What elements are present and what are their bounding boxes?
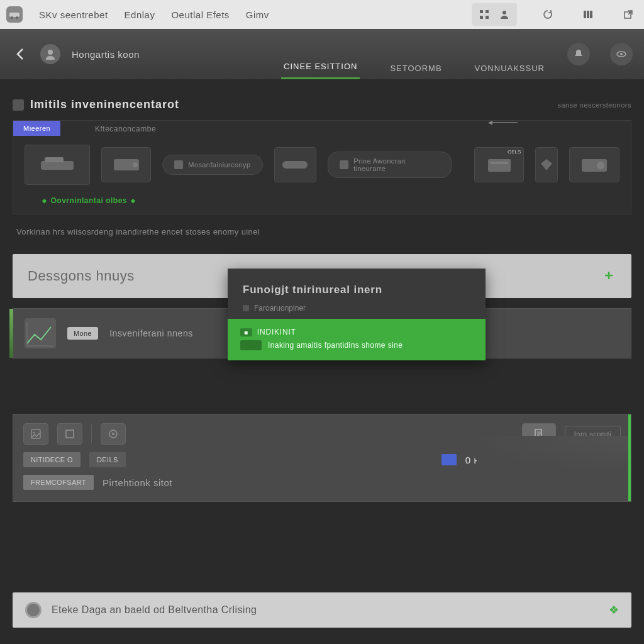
user-avatar[interactable] — [40, 44, 60, 64]
row3-chip[interactable]: FREMCOFSART — [23, 475, 94, 490]
person-icon — [499, 9, 509, 19]
tool-btn-1[interactable] — [23, 423, 48, 445]
loadout-card: Mieeren Kftecanoncambe ◂──── Mosanfainiu… — [13, 120, 631, 214]
svg-rect-15 — [41, 161, 74, 170]
svg-point-25 — [33, 432, 35, 434]
user-view-button[interactable] — [494, 6, 514, 23]
image-icon — [30, 428, 42, 440]
popup-title: Funoigjt tnirinureal inern — [243, 284, 470, 296]
checkbox-icon[interactable] — [243, 305, 249, 311]
refresh-icon — [543, 9, 553, 19]
item-slot-2[interactable] — [101, 147, 152, 182]
loadout-arrow-icon: ◂──── — [488, 117, 518, 127]
top-menu-bar: SKv seentrebet Ednlay Oeutlal Efets Gimv — [0, 0, 644, 29]
designs-banner-title: Dessgons hnuys — [28, 268, 135, 284]
tool-card: Inrn scomti NITIDECE O DEILS 0 Pires Mah… — [13, 414, 631, 502]
popup-action[interactable]: ■ INDIKINIT Inaking amaitis fpantidins s… — [228, 319, 486, 360]
item-pill-2[interactable]: Prine Awoncran tineurarre — [328, 152, 451, 178]
svg-rect-4 — [486, 10, 489, 13]
section-bullet-icon — [13, 99, 24, 111]
popup-result-line: Inaking amaitis fpantidins shome sine — [240, 340, 473, 350]
bottom-banner[interactable]: Eteke Daga an baeld od Beltventha Crlisi… — [13, 592, 631, 628]
popup-header: Funoigjt tnirinureal inern Faroaruonplne… — [228, 269, 486, 319]
vehicle-icon — [38, 155, 76, 175]
app-logo — [6, 6, 23, 23]
popup-action-title: INDIKINIT — [257, 328, 296, 336]
tool-card-curve — [467, 436, 631, 474]
view-circle-button[interactable] — [610, 43, 633, 65]
item-slot-5[interactable] — [535, 147, 558, 182]
layout-button[interactable] — [579, 6, 597, 23]
refresh-button[interactable] — [538, 6, 557, 23]
loadout-footer: Oovrninlantai olbes — [13, 194, 631, 214]
item-pill-1-label: Mosanfainiurconyp — [188, 161, 250, 169]
item-slot-6[interactable] — [569, 147, 619, 182]
mini-thumb — [25, 318, 56, 348]
leaf-icon: ❖ — [609, 603, 619, 617]
username-label: Hongartis koon — [72, 49, 140, 60]
section-title-text: Imitils inveninencentarot — [30, 98, 179, 111]
menu-item-2[interactable]: Oeutlal Efets — [171, 9, 229, 20]
tab-0[interactable]: CINEE ESITTION — [281, 62, 360, 79]
slot-badge: GELS — [508, 149, 521, 155]
tool-btn-3[interactable] — [101, 423, 126, 445]
back-button[interactable] — [11, 45, 29, 63]
tab-2[interactable]: VONNUAKSSUR — [472, 64, 547, 79]
chevron-left-icon — [15, 47, 25, 62]
svg-point-14 — [620, 53, 623, 55]
expand-icon — [602, 269, 616, 283]
crate-icon — [484, 155, 514, 174]
svg-rect-0 — [9, 13, 19, 17]
popup-subtitle-text: Faroaruonplner — [254, 304, 306, 313]
item-pill-1[interactable]: Mosanfainiurconyp — [162, 155, 262, 175]
grid-icon — [479, 9, 489, 19]
notifications-button[interactable] — [567, 43, 590, 65]
menu-item-0[interactable]: SKv seentrebet — [39, 9, 108, 20]
svg-rect-26 — [66, 430, 74, 438]
grid-view-button[interactable] — [474, 6, 494, 23]
svg-rect-6 — [486, 16, 489, 19]
tool-row-3: FREMCOFSART Pirtehtionk sitot — [23, 475, 621, 490]
popup-panel: Funoigjt tnirinureal inern Faroaruonplne… — [228, 269, 486, 360]
svg-rect-10 — [590, 11, 592, 18]
bottom-banner-row: Eteke Daga an baeld od Beltventha Crlisi… — [13, 592, 631, 628]
loadout-header-label: Kftecanoncambe — [13, 121, 631, 133]
eye-icon — [616, 48, 627, 60]
row2-chip-1[interactable]: NITIDECE O — [23, 452, 80, 467]
blue-box-icon — [441, 454, 457, 465]
svg-rect-5 — [480, 16, 483, 19]
svg-point-23 — [597, 162, 604, 169]
section-title: Imitils inveninencentarot — [13, 98, 179, 111]
pill-icon-2 — [340, 160, 348, 169]
popup-action-badge: ■ — [240, 328, 252, 336]
car-icon — [9, 9, 20, 20]
svg-rect-8 — [584, 11, 586, 18]
svg-rect-16 — [45, 157, 64, 162]
camera-icon — [579, 155, 609, 174]
svg-point-1 — [11, 16, 13, 19]
popout-button[interactable] — [619, 6, 638, 23]
hint-text: Vorkinan hrs wiisosrdeng inandirethe enc… — [13, 227, 631, 236]
svg-point-2 — [16, 16, 18, 19]
svg-rect-19 — [282, 161, 308, 169]
popout-icon — [623, 9, 633, 19]
popup-action-title-row: ■ INDIKINIT — [240, 328, 473, 336]
columns-icon — [583, 9, 593, 19]
mini-title: Insveniferani nnens — [109, 328, 193, 338]
menu-item-1[interactable]: Ednlay — [125, 9, 155, 20]
section-header: Imitils inveninencentarot sanse nescerst… — [13, 98, 631, 111]
tool-btn-2[interactable] — [57, 423, 82, 445]
item-slot-1[interactable] — [25, 145, 90, 185]
svg-point-7 — [502, 11, 506, 14]
gem-icon — [540, 158, 553, 172]
item-slot-4[interactable]: GELS — [474, 147, 525, 182]
item-slot-3[interactable] — [274, 147, 317, 182]
tab-1[interactable]: SETOORMB — [387, 64, 444, 79]
target-icon — [108, 428, 119, 440]
square-icon — [64, 428, 75, 440]
row2-chip-2[interactable]: DEILS — [89, 452, 126, 467]
menu-item-3[interactable]: Gimv — [246, 9, 269, 20]
capsule-icon — [281, 157, 309, 172]
loadout-tab[interactable]: Mieeren — [13, 121, 60, 136]
item-pill-2-label: Prine Awoncran tineurarre — [353, 157, 439, 172]
